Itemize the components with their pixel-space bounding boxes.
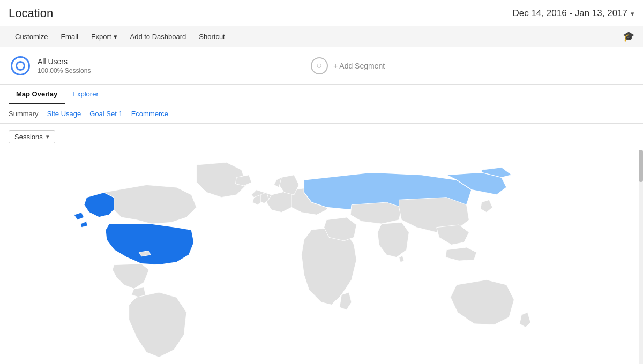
date-range-text: Dec 14, 2016 - Jan 13, 2017 (512, 8, 627, 19)
toolbar-right: 🎓 (623, 31, 634, 42)
subtab-goal-set[interactable]: Goal Set 1 (89, 109, 122, 119)
subtab-ecommerce[interactable]: Ecommerce (131, 109, 168, 119)
world-map (0, 150, 643, 364)
help-icon[interactable]: 🎓 (623, 31, 634, 42)
toolbar: Customize Email Export ▾ Add to Dashboar… (0, 26, 643, 47)
primary-segment[interactable]: All Users 100.00% Sessions (0, 47, 300, 84)
add-segment-label: + Add Segment (333, 62, 385, 70)
map-area (0, 150, 643, 364)
segment-icon (11, 56, 30, 75)
export-label: Export (91, 33, 111, 41)
subtab-summary[interactable]: Summary (9, 109, 39, 119)
metric-dropdown-arrow-icon: ▾ (46, 133, 49, 140)
add-segment[interactable]: ○ + Add Segment (300, 47, 643, 84)
segment-info: All Users 100.00% Sessions (38, 57, 91, 74)
page-title: Location (9, 6, 53, 20)
segment-name: All Users (38, 57, 91, 66)
sub-tabs: Summary Site Usage Goal Set 1 Ecommerce (0, 104, 643, 124)
email-button[interactable]: Email (54, 26, 85, 47)
date-range-arrow-icon[interactable]: ▾ (631, 10, 634, 18)
subtab-site-usage[interactable]: Site Usage (47, 109, 81, 119)
scrollbar-thumb[interactable] (639, 150, 643, 182)
date-range[interactable]: Dec 14, 2016 - Jan 13, 2017 ▾ (512, 8, 634, 19)
shortcut-button[interactable]: Shortcut (192, 26, 231, 47)
tab-map-overlay[interactable]: Map Overlay (9, 85, 65, 104)
metric-selector: Sessions ▾ (0, 124, 643, 150)
view-tabs: Map Overlay Explorer (0, 85, 643, 104)
segment-sub: 100.00% Sessions (38, 67, 91, 74)
toolbar-actions: Customize Email Export ▾ Add to Dashboar… (9, 26, 231, 47)
add-to-dashboard-button[interactable]: Add to Dashboard (124, 26, 193, 47)
segments-bar: All Users 100.00% Sessions ○ + Add Segme… (0, 47, 643, 85)
metric-dropdown[interactable]: Sessions ▾ (9, 130, 55, 143)
scrollbar[interactable] (639, 150, 643, 364)
add-segment-icon: ○ (311, 57, 328, 74)
metric-label: Sessions (14, 133, 43, 141)
customize-button[interactable]: Customize (9, 26, 54, 47)
export-arrow-icon: ▾ (114, 33, 117, 41)
export-button[interactable]: Export ▾ (85, 26, 124, 47)
tab-explorer[interactable]: Explorer (65, 85, 106, 104)
page-header: Location Dec 14, 2016 - Jan 13, 2017 ▾ (0, 0, 643, 26)
segment-icon-inner (16, 61, 25, 71)
